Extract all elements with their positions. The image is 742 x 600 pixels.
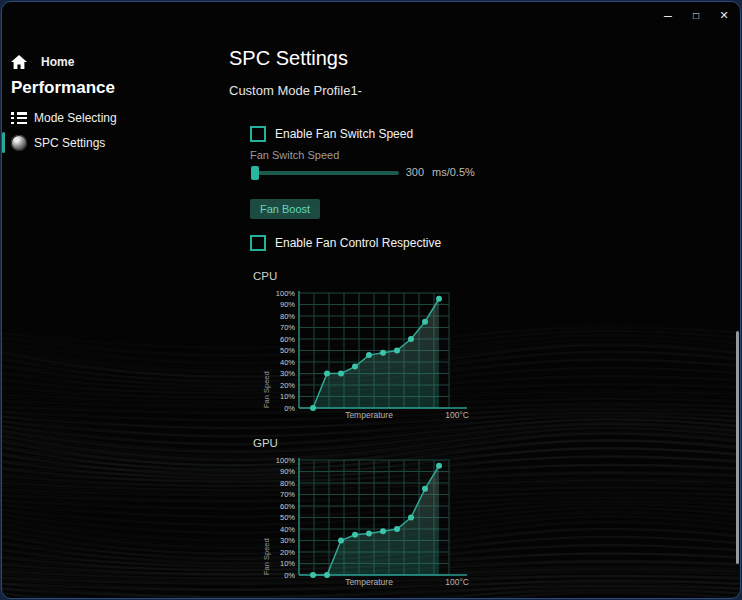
sidebar-item-label: Home xyxy=(41,55,74,69)
maximize-button[interactable]: □ xyxy=(682,10,710,21)
fan-knob-icon xyxy=(11,135,27,151)
fan-switch-speed-value: 300 xyxy=(400,166,424,178)
sidebar-item-home[interactable]: Home xyxy=(11,52,74,72)
svg-text:10%: 10% xyxy=(280,392,295,401)
fan-switch-speed-unit: ms/0.5% xyxy=(432,166,475,178)
gpu-fan-curve-chart[interactable]: 0%10%20%30%40%50%60%70%80%90%100%Fan Spe… xyxy=(257,452,472,587)
svg-text:100%: 100% xyxy=(276,289,296,298)
titlebar: – □ ✕ xyxy=(654,2,738,28)
svg-text:20%: 20% xyxy=(280,381,295,390)
chart-point[interactable] xyxy=(436,296,442,302)
svg-text:100%: 100% xyxy=(276,456,296,465)
enable-fan-control-row: Enable Fan Control Respective xyxy=(250,235,441,251)
sidebar-item-label: SPC Settings xyxy=(34,136,105,150)
svg-text:50%: 50% xyxy=(280,513,295,522)
x-axis-label: Temperature xyxy=(345,577,393,587)
y-axis-ticks: 0%10%20%30%40%50%60%70%80%90%100% xyxy=(276,289,296,413)
chart-point[interactable] xyxy=(422,319,428,325)
chart-point[interactable] xyxy=(366,352,372,358)
svg-text:70%: 70% xyxy=(280,490,295,499)
sidebar-item-label: Mode Selecting xyxy=(34,111,117,125)
sidebar-section-performance: Performance xyxy=(11,78,115,98)
chart-point[interactable] xyxy=(310,572,316,578)
gpu-chart-title: GPU xyxy=(253,437,472,449)
cpu-chart-title: CPU xyxy=(253,270,472,282)
chart-point[interactable] xyxy=(380,350,386,356)
chart-point[interactable] xyxy=(324,572,330,578)
sidebar: Home Performance Mode Selecting SPC Sett… xyxy=(2,2,228,599)
svg-text:80%: 80% xyxy=(280,312,295,321)
svg-text:40%: 40% xyxy=(280,358,295,367)
svg-text:50%: 50% xyxy=(280,346,295,355)
svg-text:40%: 40% xyxy=(280,525,295,534)
cpu-fan-curve-chart[interactable]: 0%10%20%30%40%50%60%70%80%90%100%Fan Spe… xyxy=(257,285,472,420)
fan-boost-button[interactable]: Fan Boost xyxy=(250,199,320,219)
list-icon xyxy=(11,112,27,124)
y-axis-label: Fan Speed xyxy=(262,538,271,575)
home-icon xyxy=(11,55,27,69)
sidebar-item-mode-selecting[interactable]: Mode Selecting xyxy=(11,108,117,128)
chart-point[interactable] xyxy=(338,538,344,544)
enable-fan-switch-checkbox[interactable] xyxy=(250,126,266,142)
svg-text:0%: 0% xyxy=(284,404,295,413)
x-axis-label: Temperature xyxy=(345,410,393,420)
chart-point[interactable] xyxy=(408,515,414,521)
selected-item-indicator xyxy=(2,132,5,153)
minimize-button[interactable]: – xyxy=(654,7,682,23)
cpu-chart-block: CPU 0%10%20%30%40%50%60%70%80%90%100%Fan… xyxy=(253,270,472,420)
svg-text:90%: 90% xyxy=(280,467,295,476)
chart-point[interactable] xyxy=(380,528,386,534)
close-button[interactable]: ✕ xyxy=(710,9,738,22)
svg-text:10%: 10% xyxy=(280,559,295,568)
chart-point[interactable] xyxy=(324,371,330,377)
enable-fan-switch-row: Enable Fan Switch Speed xyxy=(250,126,413,142)
svg-text:30%: 30% xyxy=(280,536,295,545)
svg-text:90%: 90% xyxy=(280,300,295,309)
svg-text:20%: 20% xyxy=(280,548,295,557)
chart-point[interactable] xyxy=(394,348,400,354)
svg-text:60%: 60% xyxy=(280,502,295,511)
gpu-chart-block: GPU 0%10%20%30%40%50%60%70%80%90%100%Fan… xyxy=(253,437,472,587)
svg-text:70%: 70% xyxy=(280,323,295,332)
fan-switch-speed-slider-thumb[interactable] xyxy=(251,166,259,180)
profile-subtitle: Custom Mode Profile1- xyxy=(229,83,362,98)
y-axis-label: Fan Speed xyxy=(262,371,271,408)
chart-point[interactable] xyxy=(408,336,414,342)
fan-switch-speed-label: Fan Switch Speed xyxy=(250,149,339,161)
chart-point[interactable] xyxy=(352,532,358,538)
chart-point[interactable] xyxy=(352,364,358,370)
app-window: – □ ✕ Home Performance Mode Selecting SP… xyxy=(1,1,741,599)
fan-curve-area xyxy=(313,466,439,575)
svg-text:30%: 30% xyxy=(280,369,295,378)
checkbox-label: Enable Fan Control Respective xyxy=(275,236,441,250)
chart-point[interactable] xyxy=(338,371,344,377)
chart-point[interactable] xyxy=(366,531,372,537)
svg-text:60%: 60% xyxy=(280,335,295,344)
svg-text:0%: 0% xyxy=(284,571,295,580)
x-axis-end-label: 100°C xyxy=(445,577,469,587)
sidebar-item-spc-settings[interactable]: SPC Settings xyxy=(11,133,105,153)
enable-fan-control-checkbox[interactable] xyxy=(250,235,266,251)
x-axis-end-label: 100°C xyxy=(445,410,469,420)
chart-point[interactable] xyxy=(422,486,428,492)
fan-switch-speed-slider-track[interactable] xyxy=(252,171,399,175)
svg-text:80%: 80% xyxy=(280,479,295,488)
chart-point[interactable] xyxy=(310,405,316,411)
checkbox-label: Enable Fan Switch Speed xyxy=(275,127,413,141)
y-axis-ticks: 0%10%20%30%40%50%60%70%80%90%100% xyxy=(276,456,296,580)
chart-point[interactable] xyxy=(436,463,442,469)
chart-point[interactable] xyxy=(394,526,400,532)
scrollbar-thumb[interactable] xyxy=(736,331,739,564)
page-title: SPC Settings xyxy=(229,47,348,70)
